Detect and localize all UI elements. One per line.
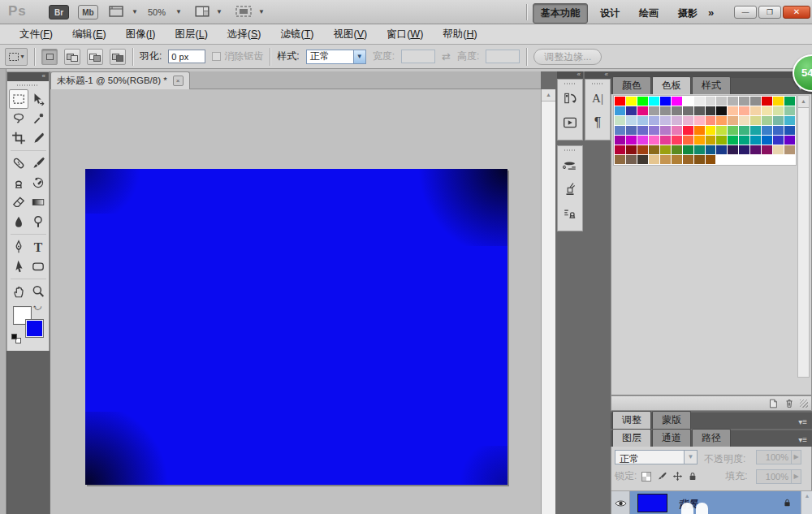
color-swatch[interactable] bbox=[728, 97, 738, 106]
minimize-button[interactable]: — bbox=[734, 6, 757, 19]
canvas-document[interactable] bbox=[85, 169, 508, 485]
color-swatch[interactable] bbox=[773, 116, 784, 125]
document-area[interactable] bbox=[50, 89, 541, 514]
tab-颜色[interactable]: 颜色 bbox=[612, 76, 651, 94]
color-swatch[interactable] bbox=[672, 145, 682, 154]
background-color-swatch[interactable] bbox=[25, 319, 44, 338]
color-swatch[interactable] bbox=[615, 106, 625, 115]
hand-tool[interactable] bbox=[9, 282, 28, 301]
color-swatch[interactable] bbox=[784, 145, 795, 154]
color-swatch[interactable] bbox=[660, 97, 671, 106]
color-swatch[interactable] bbox=[728, 116, 738, 125]
color-swatch[interactable] bbox=[615, 155, 625, 164]
color-swatch[interactable] bbox=[706, 97, 716, 106]
color-swatch[interactable] bbox=[694, 136, 705, 145]
color-swatch[interactable] bbox=[716, 106, 727, 115]
color-swatch[interactable] bbox=[615, 145, 625, 154]
scroll-up-icon[interactable]: ▲ bbox=[798, 96, 809, 108]
restore-button[interactable]: ❐ bbox=[758, 6, 781, 19]
color-swatch[interactable] bbox=[750, 97, 761, 106]
close-button[interactable]: ✕ bbox=[783, 6, 810, 19]
menu-f[interactable]: 文件(F) bbox=[10, 24, 63, 44]
color-swatch[interactable] bbox=[762, 136, 772, 145]
arrange-documents-icon[interactable] bbox=[195, 5, 209, 18]
path-selection-tool[interactable] bbox=[9, 257, 28, 276]
swatches-scrollbar[interactable]: ▲ bbox=[797, 95, 810, 378]
color-swatch[interactable] bbox=[660, 145, 671, 154]
tool-presets-panel-icon[interactable] bbox=[560, 179, 580, 200]
add-to-selection-button[interactable] bbox=[64, 49, 80, 65]
color-swatch[interactable] bbox=[750, 106, 761, 115]
color-swatch[interactable] bbox=[694, 126, 705, 135]
color-swatch[interactable] bbox=[706, 145, 716, 154]
color-swatch[interactable] bbox=[750, 136, 761, 145]
color-swatch[interactable] bbox=[728, 136, 738, 145]
clone-stamp-tool[interactable] bbox=[9, 173, 28, 192]
workspace-tab[interactable]: 摄影 bbox=[671, 4, 705, 23]
healing-brush-tool[interactable] bbox=[9, 153, 28, 173]
menu-s[interactable]: 选择(S) bbox=[218, 24, 271, 44]
layer-thumbnail[interactable] bbox=[637, 494, 667, 512]
actions-panel-icon[interactable] bbox=[560, 112, 580, 133]
tab-调整[interactable]: 调整 bbox=[612, 411, 651, 429]
color-swatch[interactable] bbox=[728, 126, 738, 135]
dodge-tool[interactable] bbox=[28, 212, 48, 231]
chevron-down-icon[interactable]: ▼ bbox=[216, 8, 222, 15]
color-swatch[interactable] bbox=[683, 155, 693, 164]
color-swatch[interactable] bbox=[716, 116, 727, 125]
color-swatch[interactable] bbox=[649, 155, 659, 164]
color-swatch[interactable] bbox=[615, 136, 625, 145]
color-swatch[interactable] bbox=[626, 106, 637, 115]
color-swatch[interactable] bbox=[762, 145, 772, 154]
color-swatch[interactable] bbox=[660, 116, 671, 125]
color-swatch[interactable] bbox=[694, 155, 705, 164]
color-swatch[interactable] bbox=[637, 136, 648, 145]
color-swatch[interactable] bbox=[773, 136, 784, 145]
color-swatch[interactable] bbox=[716, 126, 727, 135]
paragraph-panel-icon[interactable]: ¶ bbox=[588, 112, 607, 133]
vertical-scrollbar[interactable]: ▲ bbox=[541, 89, 555, 514]
color-swatch[interactable] bbox=[739, 136, 749, 145]
style-select[interactable]: 正常 ▼ bbox=[306, 50, 366, 64]
tab-通道[interactable]: 通道 bbox=[652, 429, 691, 447]
color-swatch[interactable] bbox=[762, 97, 772, 106]
blur-tool[interactable] bbox=[9, 212, 28, 231]
color-swatch[interactable] bbox=[637, 155, 648, 164]
color-swatch[interactable] bbox=[660, 106, 671, 115]
document-tab[interactable]: 未标题-1 @ 50%(RGB/8) * × bbox=[50, 71, 190, 89]
color-swatch[interactable] bbox=[672, 155, 682, 164]
menu-t[interactable]: 滤镜(T) bbox=[270, 24, 323, 44]
color-swatch[interactable] bbox=[739, 106, 749, 115]
color-swatch[interactable] bbox=[683, 136, 693, 145]
rectangular-marquee-tool[interactable] bbox=[9, 89, 28, 109]
blend-mode-select[interactable]: 正常 ▼ bbox=[615, 450, 698, 464]
menu-i[interactable]: 图像(I) bbox=[116, 24, 166, 44]
menu-h[interactable]: 帮助(H) bbox=[433, 24, 486, 44]
brush-presets-panel-icon[interactable] bbox=[560, 154, 580, 175]
color-swatch[interactable] bbox=[706, 136, 716, 145]
workspace-tab[interactable]: 绘画 bbox=[632, 4, 666, 23]
color-swatch[interactable] bbox=[762, 116, 772, 125]
color-swatch[interactable] bbox=[626, 97, 637, 106]
color-swatch[interactable] bbox=[773, 126, 784, 135]
tool-preset-picker[interactable]: ▾ bbox=[5, 48, 28, 66]
feather-input[interactable] bbox=[168, 50, 205, 63]
color-swatch[interactable] bbox=[672, 116, 682, 125]
lock-transparency-icon[interactable] bbox=[641, 471, 652, 482]
menu-e[interactable]: 编辑(E) bbox=[63, 24, 116, 44]
color-swatch[interactable] bbox=[694, 106, 705, 115]
layers-scrollbar[interactable]: ▲ bbox=[801, 491, 812, 514]
color-swatch[interactable] bbox=[683, 145, 693, 154]
color-swatch[interactable] bbox=[716, 97, 727, 106]
chevron-down-icon[interactable]: ▼ bbox=[258, 8, 265, 15]
workspace-tab[interactable]: 设计 bbox=[593, 4, 627, 23]
color-swatch[interactable] bbox=[773, 97, 784, 106]
color-swatch[interactable] bbox=[649, 136, 659, 145]
history-brush-tool[interactable] bbox=[28, 173, 48, 192]
color-swatch[interactable] bbox=[626, 155, 637, 164]
color-swatch[interactable] bbox=[728, 106, 738, 115]
layer-row-background[interactable]: 背景 ▲ bbox=[611, 490, 812, 514]
collapse-dock-button[interactable]: « bbox=[557, 71, 583, 79]
intersect-selection-button[interactable] bbox=[110, 49, 126, 65]
tab-蒙版[interactable]: 蒙版 bbox=[652, 411, 691, 429]
